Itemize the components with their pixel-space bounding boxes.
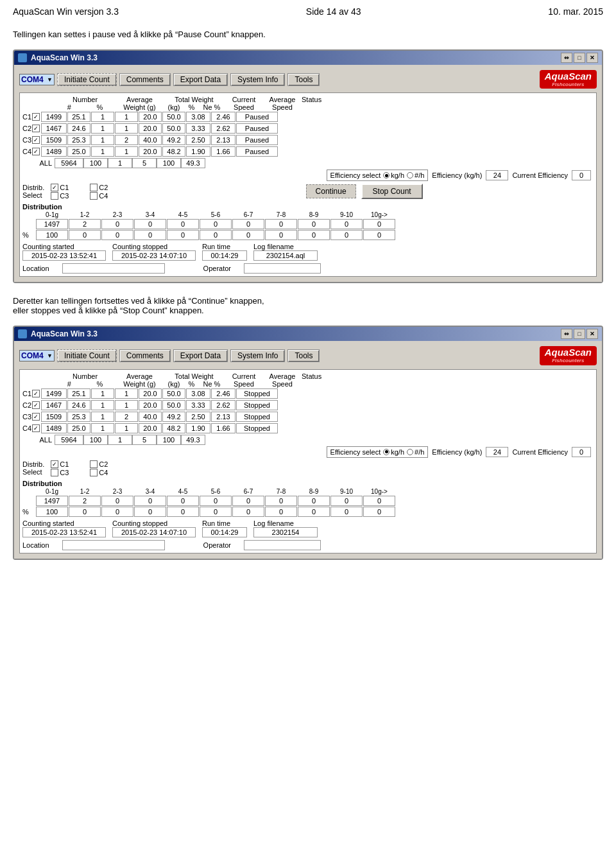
row-label: C4 ✓	[22, 424, 40, 432]
row-label: C2 ✓	[22, 125, 40, 132]
c3-check-item[interactable]: C3	[51, 192, 89, 200]
all-totpct: 100	[157, 158, 181, 168]
current-efficiency-label-2: Current Efficiency	[512, 448, 568, 456]
all-totkg-2: 5	[132, 435, 157, 445]
c2-check-item-2[interactable]: C2	[90, 460, 128, 468]
row-checkbox[interactable]: ✓	[32, 136, 40, 144]
hash-radio-option-2[interactable]: #/h	[407, 448, 424, 456]
avg-speed-header-2: AverageSpeed	[263, 372, 302, 388]
dist-col-header: 10g->	[363, 211, 395, 218]
c1-check-item[interactable]: ✓ C1	[51, 184, 89, 191]
distrib-checkboxes-2: ✓ C1 C2 C3 C4	[51, 460, 128, 476]
c4-checkbox[interactable]	[90, 192, 98, 200]
continue-btn[interactable]: Continue	[306, 184, 356, 198]
hash-radio[interactable]	[407, 172, 413, 179]
kgh-radio-option[interactable]: kg/h	[383, 171, 404, 179]
operator-input-1[interactable]	[244, 263, 321, 274]
restore-btn-2[interactable]: □	[574, 329, 585, 339]
close-btn[interactable]: ✕	[586, 53, 598, 63]
pct-symbol: %	[22, 508, 35, 516]
initiate-count-btn[interactable]: Initiate Count	[57, 73, 117, 86]
window2-controls: ⇔ □ ✕	[561, 329, 598, 339]
titlebar2: AquaScan Win 3.3 ⇔ □ ✕	[14, 327, 602, 341]
dist-value: 0	[134, 219, 166, 229]
export-btn-2[interactable]: Export Data	[173, 349, 228, 362]
avg-speed-header: AverageSpeed	[263, 96, 302, 111]
all-nepct-2: 49.3	[181, 435, 205, 445]
dist-pct: 0	[265, 507, 297, 517]
c4-checkbox-2[interactable]	[90, 469, 98, 476]
com-port-select[interactable]: COM4 ▼	[19, 74, 55, 85]
c1-check-item-2[interactable]: ✓ C1	[51, 460, 89, 468]
dist-value: 0	[101, 496, 133, 506]
row-checkbox[interactable]: ✓	[32, 390, 40, 397]
c3-checkbox[interactable]	[51, 192, 58, 200]
kgh-radio-option-2[interactable]: kg/h	[383, 448, 404, 456]
efficiency-select-group-2: Efficiency select kg/h #/h	[327, 446, 429, 458]
hash-radio-option[interactable]: #/h	[407, 171, 424, 179]
com-port-select-2[interactable]: COM4 ▼	[19, 350, 55, 362]
operator-input-2[interactable]	[244, 540, 321, 550]
row-checkbox[interactable]: ✓	[32, 424, 40, 432]
location-input-2[interactable]	[62, 540, 165, 550]
row-checkbox[interactable]: ✓	[32, 125, 40, 132]
stop-count-btn[interactable]: Stop Count	[361, 184, 423, 199]
tools-btn[interactable]: Tools	[287, 73, 320, 86]
minimize-btn-2[interactable]: ⇔	[561, 329, 572, 339]
kgh-radio-2[interactable]	[383, 449, 389, 455]
dist-col-header: 4-5	[167, 211, 199, 218]
initiate-count-btn-2[interactable]: Initiate Count	[57, 349, 117, 362]
close-btn-2[interactable]: ✕	[586, 329, 598, 339]
c2-check-item[interactable]: C2	[90, 184, 128, 191]
c4-check-item-2[interactable]: C4	[90, 469, 128, 476]
dist-value: 1497	[36, 219, 68, 229]
all-label-2: ALL	[22, 436, 55, 444]
dist-value: 0	[101, 219, 133, 229]
dist-value: 0	[167, 496, 199, 506]
restore-btn[interactable]: □	[574, 53, 585, 63]
tools-btn-2[interactable]: Tools	[287, 349, 320, 362]
dist-pct: 0	[330, 230, 363, 240]
row-label: C1 ✓	[22, 390, 40, 397]
comments-btn-2[interactable]: Comments	[119, 349, 171, 362]
counting-started-label: Counting started	[22, 243, 106, 250]
c3-checkbox-2[interactable]	[51, 469, 58, 476]
location-input-1[interactable]	[62, 263, 165, 274]
system-info-btn-2[interactable]: System Info	[230, 349, 285, 362]
minimize-btn[interactable]: ⇔	[561, 53, 572, 63]
table-row: C1 ✓ 1499 25.1 1 1 20.0 50.0 3.08 2.46 S…	[22, 388, 594, 399]
window1-title: AquaScan Win 3.3	[31, 53, 98, 62]
distrib-row-2: Distrib.Select ✓ C1 C2 C3	[22, 460, 594, 477]
kgh-radio[interactable]	[383, 172, 389, 179]
dist-col-header: 5-6	[200, 488, 232, 495]
titlebar1: AquaScan Win 3.3 ⇔ □ ✕	[14, 51, 602, 65]
hash-radio-2[interactable]	[407, 449, 413, 455]
c4-check-item[interactable]: C4	[90, 192, 128, 200]
c1-checkbox-2[interactable]: ✓	[51, 460, 58, 468]
dist-pct: 0	[200, 230, 232, 240]
distribution-label-1: Distribution	[22, 203, 62, 211]
window2: AquaScan Win 3.3 ⇔ □ ✕ COM4 ▼ Initiate C…	[13, 326, 603, 559]
all-pct-2: 100	[83, 435, 108, 445]
comments-btn[interactable]: Comments	[119, 73, 171, 86]
aquascan-logo: AquaScan Fishcounters	[540, 70, 597, 89]
dist-col-header: 3-4	[134, 488, 166, 495]
system-info-btn[interactable]: System Info	[230, 73, 285, 86]
data-rows-1: C1 ✓ 1499 25.1 1 1 20.0 50.0 3.08 2.46 P…	[22, 112, 594, 157]
dist-value: 0	[232, 496, 264, 506]
row-checkbox[interactable]: ✓	[32, 113, 40, 121]
main-data-area2: Number#% AverageWeight (g) Total Weight(…	[19, 369, 597, 553]
section1-text: Tellingen kan settes i pause ved å klikk…	[13, 30, 603, 39]
current-efficiency-value-2: 0	[572, 447, 591, 457]
c2-checkbox-2[interactable]	[90, 460, 98, 468]
row-checkbox[interactable]: ✓	[32, 148, 40, 155]
row-checkbox[interactable]: ✓	[32, 413, 40, 421]
export-btn[interactable]: Export Data	[173, 73, 228, 86]
c1-checkbox[interactable]: ✓	[51, 184, 58, 191]
efficiency-row-2: Efficiency select kg/h #/h Efficiency (k…	[22, 446, 594, 458]
counting-started-value: 2015-02-23 13:52:41	[22, 250, 106, 261]
c3-check-item-2[interactable]: C3	[51, 469, 89, 476]
col-headers-2: Number#% AverageWeight (g) Total Weight(…	[22, 372, 594, 388]
c2-checkbox[interactable]	[90, 184, 98, 191]
row-checkbox[interactable]: ✓	[32, 401, 40, 409]
